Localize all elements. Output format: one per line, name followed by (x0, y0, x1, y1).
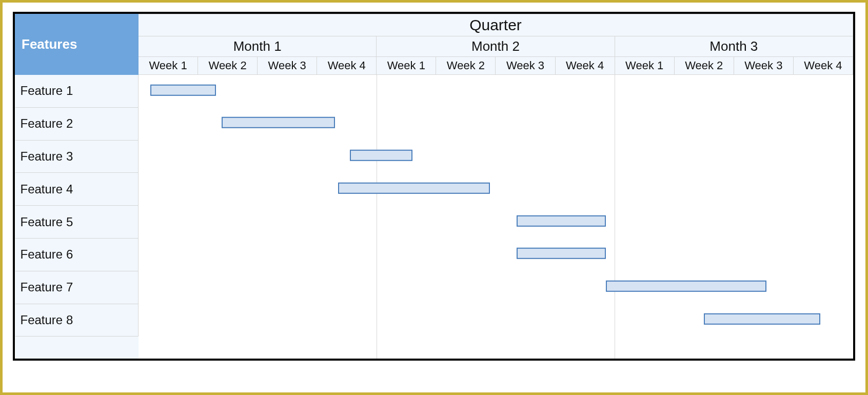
week-header: Week 2 (674, 57, 734, 75)
month-header-3: Month 3 (615, 36, 853, 57)
month-divider (615, 304, 615, 337)
week-header: Week 4 (793, 57, 853, 75)
feature-label: Feature 4 (15, 173, 139, 206)
features-header: Features (15, 14, 139, 75)
month-divider (615, 238, 615, 271)
feature-label: Feature 8 (15, 304, 139, 337)
feature-label: Feature 7 (15, 271, 139, 304)
feature-row: Feature 2 (15, 107, 853, 140)
feature-row: Feature 8 (15, 304, 853, 337)
week-header: Week 3 (258, 57, 317, 75)
week-header: Week 4 (317, 57, 377, 75)
week-header: Week 3 (496, 57, 555, 75)
week-header: Week 2 (198, 57, 258, 75)
feature-row: Feature 6 (15, 238, 853, 271)
feature-label: Feature 1 (15, 75, 139, 108)
week-header: Week 1 (615, 57, 674, 75)
feature-label: Feature 6 (15, 238, 139, 271)
feature-row: Feature 1 (15, 75, 853, 108)
timeline-cell (139, 206, 853, 239)
timeline-cell (139, 238, 853, 271)
month-header-1: Month 1 (139, 36, 377, 57)
pad-timeline (139, 337, 853, 359)
timeline-cell (139, 140, 853, 173)
month-divider (377, 304, 377, 337)
month-divider (377, 238, 377, 271)
month-divider (377, 75, 377, 107)
pad-cell (15, 337, 139, 359)
month-divider (377, 206, 377, 239)
gantt-bar (517, 215, 606, 226)
gantt-bar (150, 84, 216, 95)
timeline-cell (139, 173, 853, 206)
month-divider (615, 206, 615, 239)
month-divider (615, 107, 615, 140)
feature-label: Feature 5 (15, 206, 139, 239)
week-header: Week 3 (734, 57, 793, 75)
timeline-cell (139, 107, 853, 140)
month-divider (377, 107, 377, 140)
gantt-table: Features Quarter Month 1 Month 2 Month 3… (15, 14, 853, 359)
month-divider (377, 271, 377, 304)
week-header: Week 1 (139, 57, 198, 75)
gantt-bar (338, 183, 490, 194)
timeline-cell (139, 75, 853, 108)
week-header: Week 2 (436, 57, 496, 75)
gantt-bar (222, 117, 334, 128)
quarter-header: Quarter (139, 14, 853, 36)
feature-row: Feature 7 (15, 271, 853, 304)
feature-label: Feature 2 (15, 107, 139, 140)
month-divider (615, 173, 615, 206)
month-divider (615, 75, 615, 107)
gantt-bar (606, 281, 766, 292)
week-header: Week 4 (555, 57, 615, 75)
month-header-2: Month 2 (377, 36, 615, 57)
feature-label: Feature 3 (15, 140, 139, 173)
week-header: Week 1 (377, 57, 436, 75)
feature-row: Feature 4 (15, 173, 853, 206)
gantt-bar (350, 150, 412, 161)
gantt-bar (517, 248, 606, 259)
gantt-bar (704, 313, 820, 325)
feature-row: Feature 3 (15, 140, 853, 173)
timeline-cell (139, 271, 853, 304)
timeline-cell (139, 304, 853, 337)
feature-row: Feature 5 (15, 206, 853, 239)
month-divider (615, 140, 615, 173)
